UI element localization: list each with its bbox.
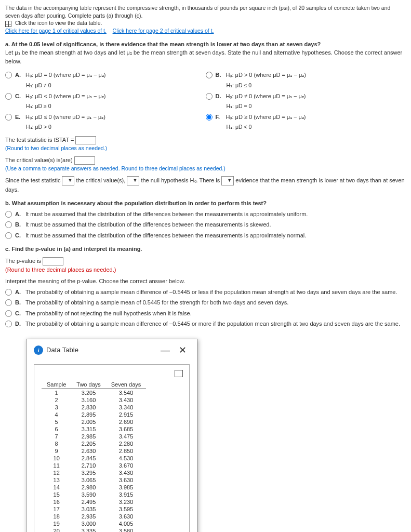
radio-cC[interactable] (5, 310, 12, 317)
tstat-input[interactable] (75, 136, 96, 144)
option-B-h1: H₁: μD ≤ 0 (227, 82, 406, 90)
c-option-C[interactable]: C. The probability of not rejecting the … (5, 309, 406, 318)
data-table: Sample Two days Seven days 13.2053.54023… (42, 380, 146, 532)
col-sample: Sample (42, 380, 71, 389)
dialog-title: Data Table (46, 346, 78, 354)
intro-text: The data in the accompanying table repre… (5, 5, 390, 19)
table-row: 92.6302.850 (42, 447, 146, 455)
radio-bC[interactable] (5, 232, 12, 239)
b-option-C[interactable]: C. It must be assumed that the distribut… (5, 231, 406, 240)
sentence-p2: the critical value(s), (76, 177, 126, 183)
table-row: 203.3353.580 (42, 527, 146, 532)
dropdown-reject[interactable]: ▼ (127, 176, 139, 185)
table-row: 32.8303.340 (42, 404, 146, 411)
option-E-h1: H₁: μD > 0 (26, 123, 206, 131)
radio-E[interactable] (5, 114, 12, 121)
round-3dp-note: (Round to three decimal places as needed… (5, 265, 406, 274)
copy-icon[interactable] (175, 371, 182, 377)
data-table-dialog: i Data Table — ✕ Sample Two days Seven d… (26, 339, 197, 532)
info-icon: i (34, 345, 43, 355)
radio-bB[interactable] (5, 221, 12, 228)
sentence-p1: Since the test statistic (5, 177, 60, 183)
radio-cA[interactable] (5, 289, 12, 296)
table-row: 162.4953.230 (42, 498, 146, 506)
dropdown-evidence[interactable]: ▼ (221, 176, 234, 185)
radio-cD[interactable] (5, 321, 12, 327)
crit-label: The critical value(s) is(are) (5, 157, 73, 163)
table-row: 52.0052.690 (42, 418, 146, 425)
minimize-icon[interactable]: — (161, 345, 173, 355)
option-A[interactable]: A. H₀: μD = 0 (where μD = μ₁ − μ₂) (5, 71, 206, 79)
radio-F[interactable] (206, 114, 213, 121)
table-row: 42.8952.915 (42, 411, 146, 418)
radio-A[interactable] (5, 72, 12, 78)
table-row: 142.9803.985 (42, 484, 146, 491)
part-b-header: b. What assumption is necessary about th… (5, 199, 406, 208)
close-icon[interactable]: ✕ (179, 345, 190, 355)
pval-input[interactable] (43, 257, 63, 265)
table-row: 23.1603.430 (42, 396, 146, 404)
radio-cB[interactable] (5, 299, 12, 306)
table-row: 123.2953.430 (42, 469, 146, 476)
option-F[interactable]: F. H₀: μD ≥ 0 (where μD = μ₁ − μ₂) (206, 113, 406, 122)
part-c-header: c. Find the p-value in (a) and interpret… (5, 245, 406, 254)
part-a-let-line: Let μ₁ be the mean strength at two days … (5, 48, 406, 65)
option-F-h1: H₁: μD < 0 (227, 123, 406, 131)
crit-input[interactable] (74, 156, 95, 165)
col-seven-days: Seven days (106, 380, 146, 389)
table-row: 173.0353.595 (42, 506, 146, 513)
col-two-days: Two days (71, 380, 105, 389)
c-option-A[interactable]: A. The probability of obtaining a sample… (5, 288, 406, 297)
question-intro: The data in the accompanying table repre… (5, 4, 406, 35)
dropdown-compare[interactable]: ▼ (62, 176, 74, 185)
table-row: 112.7103.670 (42, 462, 146, 469)
b-option-A[interactable]: A. It must be assumed that the distribut… (5, 210, 406, 219)
option-B[interactable]: B. H₀: μD > 0 (where μD = μ₁ − μ₂) (206, 71, 406, 79)
icon-click-text: Click the icon to view the data table. (15, 20, 102, 26)
option-A-h1: H₁: μD ≠ 0 (26, 82, 206, 90)
table-row: 102.8454.530 (42, 455, 146, 462)
data-table-icon[interactable] (5, 21, 11, 27)
table-row: 72.9853.475 (42, 433, 146, 440)
interp-header: Interpret the meaning of the p-value. Ch… (5, 277, 406, 286)
table-row: 63.3153.685 (42, 425, 146, 433)
option-E[interactable]: E. H₀: μD ≤ 0 (where μD = μ₁ − μ₂) (5, 113, 206, 122)
table-row: 133.0653.630 (42, 476, 146, 484)
part-a-header: a. At the 0.05 level of significance, is… (5, 40, 406, 49)
radio-B[interactable] (206, 72, 213, 78)
radio-C[interactable] (5, 93, 12, 100)
b-option-B[interactable]: B. It must be assumed that the distribut… (5, 220, 406, 229)
radio-bA[interactable] (5, 211, 12, 218)
c-option-D[interactable]: D. The probability of obtaining a sample… (5, 320, 406, 328)
table-row: 153.5903.915 (42, 491, 146, 498)
option-D[interactable]: D. H₀: μD ≠ 0 (where μD = μ₁ − μ₂) (206, 92, 406, 101)
radio-D[interactable] (206, 93, 213, 100)
option-D-h1: H₁: μD = 0 (227, 102, 406, 111)
round-2dp-note: (Round to two decimal places as needed.) (5, 144, 406, 153)
crit-link-2[interactable]: Click here for page 2 of critical values… (113, 28, 214, 34)
table-row: 13.2053.540 (42, 389, 146, 396)
table-row: 182.9353.630 (42, 513, 146, 520)
table-row: 82.2052.280 (42, 440, 146, 447)
crit-link-1[interactable]: Click here for page 1 of critical values… (5, 28, 107, 34)
sentence-p3: the null hypothesis H₀. There is (141, 177, 220, 183)
comma-note: (Use a comma to separate answers as need… (5, 165, 406, 173)
c-option-B[interactable]: B. The probability of obtaining a sample… (5, 298, 406, 307)
table-row: 193.0004.005 (42, 520, 146, 527)
pval-label: The p-value is (5, 258, 41, 264)
option-C[interactable]: C. H₀: μD < 0 (where μD = μ₁ − μ₂) (5, 92, 206, 101)
option-C-h1: H₁: μD ≥ 0 (26, 102, 206, 111)
tstat-label: The test statistic is tSTAT = (5, 137, 74, 143)
